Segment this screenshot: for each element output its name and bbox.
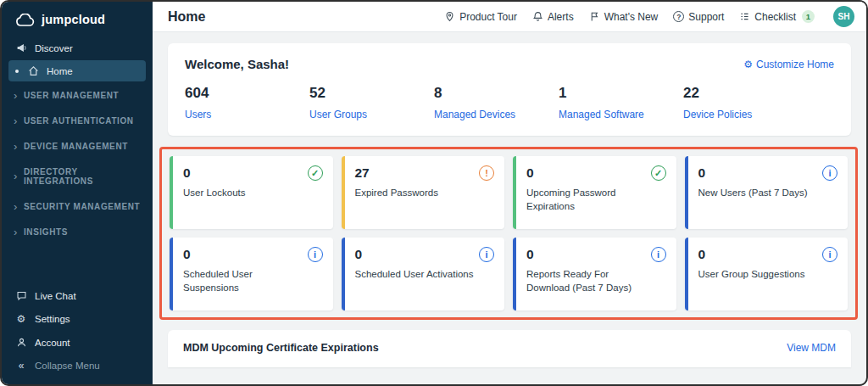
sidebar-item-label: Discover [35, 43, 73, 53]
jumpcloud-logo: jumpcloud [2, 2, 153, 36]
view-mdm-link[interactable]: View MDM [787, 342, 836, 354]
metric-card-scheduled-user-activations[interactable]: 0 i Scheduled User Activations [342, 238, 505, 310]
sidebar-section-label: USER AUTHENTICATION [24, 116, 134, 126]
product-tour-button[interactable]: Product Tour [444, 11, 517, 23]
chevron-right-icon: › [14, 204, 18, 210]
sidebar-section-directory-integrations[interactable]: › DIRECTORY INTEGRATIONS [2, 159, 153, 193]
sidebar-section-insights[interactable]: › INSIGHTS [2, 219, 153, 244]
stat-users: 604 Users [185, 85, 309, 120]
action-label: Support [688, 11, 724, 23]
customize-home-link[interactable]: ⚙ Customize Home [743, 59, 834, 70]
megaphone-icon [15, 42, 27, 53]
chevron-right-icon: › [14, 118, 18, 125]
sidebar-section-label: INSIGHTS [24, 227, 68, 237]
chevron-right-icon: › [14, 229, 18, 236]
metric-value: 27 [355, 165, 370, 181]
sidebar-section-security-management[interactable]: › SECURITY MANAGEMENT [2, 193, 153, 219]
stat-link-managed-software[interactable]: Managed Software [559, 109, 683, 120]
metric-card-user-group-suggestions[interactable]: 0 i User Group Suggestions [685, 238, 849, 310]
action-label: Alerts [548, 11, 574, 23]
metric-card-user-lockouts[interactable]: 0 ✓ User Lockouts [170, 156, 333, 229]
checklist-count-badge: 1 [802, 10, 815, 23]
sidebar-item-live-chat[interactable]: Live Chat [2, 284, 153, 307]
info-circle-icon: i [822, 247, 837, 262]
metric-card-reports-ready[interactable]: 0 i Reports Ready For Download (Past 7 D… [513, 238, 676, 310]
stat-link-users[interactable]: Users [185, 109, 309, 120]
collapse-icon: « [15, 360, 27, 372]
check-circle-icon: ✓ [651, 165, 666, 181]
welcome-title: Welcome, Sasha! [185, 57, 289, 71]
sidebar-footer: Live Chat ⚙ Settings Account « Collapse … [2, 284, 153, 378]
exclamation-circle-icon: ! [479, 165, 494, 181]
sidebar-section-device-management[interactable]: › DEVICE MANAGEMENT [2, 133, 153, 159]
sidebar-item-account[interactable]: Account [2, 331, 153, 354]
chevron-right-icon: › [14, 173, 18, 180]
welcome-panel: Welcome, Sasha! ⚙ Customize Home 604 Use… [168, 43, 851, 136]
checklist-button[interactable]: Checklist 1 [739, 10, 815, 23]
pin-icon [444, 11, 455, 22]
active-indicator-dot [15, 70, 19, 73]
support-button[interactable]: ? Support [673, 11, 724, 23]
action-label: Product Tour [459, 11, 517, 23]
metric-card-expired-passwords[interactable]: 27 ! Expired Passwords [342, 156, 505, 229]
stat-link-user-groups[interactable]: User Groups [309, 109, 434, 120]
whats-new-button[interactable]: What's New [589, 11, 659, 23]
metric-cards-grid: 0 ✓ User Lockouts 27 ! Expired Passwords [170, 156, 848, 310]
metric-label: Scheduled User Suspensions [183, 268, 302, 294]
mdm-panel: MDM Upcoming Certificate Expirations Vie… [168, 330, 851, 367]
sidebar: jumpcloud Discover Home › USER MANAGEMEN… [2, 2, 153, 384]
sidebar-item-collapse-menu[interactable]: « Collapse Menu [2, 354, 153, 378]
question-circle-icon: ? [673, 11, 684, 22]
info-circle-icon: i [822, 165, 837, 181]
alerts-button[interactable]: Alerts [532, 11, 574, 23]
page-title: Home [168, 9, 205, 25]
metric-card-upcoming-password-expirations[interactable]: 0 ✓ Upcoming Password Expirations [513, 156, 676, 229]
stat-value: 604 [185, 85, 309, 102]
sidebar-item-settings[interactable]: ⚙ Settings [2, 307, 153, 331]
metric-label: Scheduled User Activations [355, 268, 474, 282]
flag-icon [589, 11, 600, 22]
stat-user-groups: 52 User Groups [309, 85, 434, 120]
sidebar-item-label: Collapse Menu [35, 361, 100, 371]
app-window: jumpcloud Discover Home › USER MANAGEMEN… [0, 0, 868, 386]
metric-label: New Users (Past 7 Days) [698, 187, 817, 200]
metric-label: User Lockouts [183, 187, 302, 200]
stat-link-device-policies[interactable]: Device Policies [683, 109, 808, 120]
sidebar-item-home[interactable]: Home [8, 60, 146, 81]
sidebar-section-user-authentication[interactable]: › USER AUTHENTICATION [2, 108, 153, 133]
bell-icon [532, 11, 543, 22]
sidebar-section-label: USER MANAGEMENT [24, 91, 119, 100]
sidebar-section-label: DIRECTORY INTEGRATIONS [24, 167, 141, 186]
stat-link-managed-devices[interactable]: Managed Devices [434, 109, 559, 120]
home-icon [27, 65, 39, 76]
check-circle-icon: ✓ [308, 165, 323, 181]
sidebar-section-label: DEVICE MANAGEMENT [24, 142, 128, 151]
metric-value: 0 [526, 247, 534, 262]
sidebar-item-label: Live Chat [35, 291, 76, 301]
metric-card-new-users[interactable]: 0 i New Users (Past 7 Days) [685, 156, 849, 229]
stat-value: 8 [434, 85, 559, 102]
gear-icon: ⚙ [743, 59, 753, 70]
sidebar-section-user-management[interactable]: › USER MANAGEMENT [2, 82, 153, 108]
header-actions: Product Tour Alerts What's New ? Sup [444, 6, 854, 27]
person-icon [15, 337, 27, 348]
customize-home-label: Customize Home [756, 59, 834, 70]
metric-label: User Group Suggestions [698, 268, 817, 282]
chat-icon [15, 290, 27, 301]
chevron-right-icon: › [14, 143, 18, 150]
logo-text: jumpcloud [42, 13, 105, 26]
main-dashboard: Welcome, Sasha! ⚙ Customize Home 604 Use… [153, 32, 866, 384]
stats-row: 604 Users 52 User Groups 8 Managed Devic… [185, 85, 834, 120]
sidebar-section-label: SECURITY MANAGEMENT [24, 202, 140, 211]
stat-value: 52 [309, 85, 434, 102]
sidebar-item-label: Home [47, 66, 73, 76]
action-label: What's New [604, 11, 659, 23]
metric-value: 0 [183, 247, 191, 262]
avatar[interactable]: SH [833, 6, 854, 27]
stat-managed-software: 1 Managed Software [559, 85, 683, 120]
checklist-icon [739, 11, 750, 22]
gear-icon: ⚙ [15, 313, 27, 325]
sidebar-item-discover[interactable]: Discover [2, 36, 153, 59]
top-header-bar: Home Product Tour Alerts [153, 2, 866, 32]
metric-card-scheduled-user-suspensions[interactable]: 0 i Scheduled User Suspensions [170, 238, 333, 310]
